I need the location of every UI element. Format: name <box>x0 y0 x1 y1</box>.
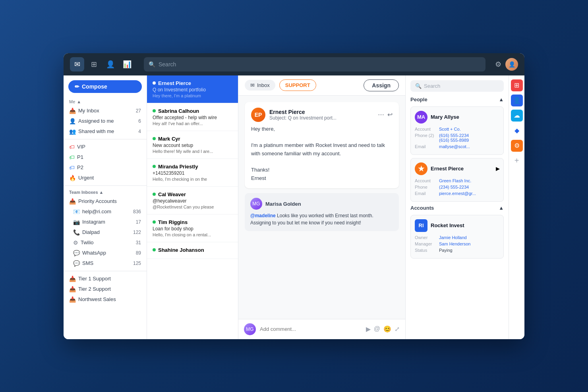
global-search-bar[interactable]: 🔍 Search <box>144 57 485 71</box>
add-integration-button[interactable]: + <box>511 155 523 167</box>
more-icon[interactable]: ⋯ <box>378 111 384 118</box>
conv-item-cal-weaver[interactable]: Cal Weaver @heycalweaver @RocketInvest C… <box>147 187 238 214</box>
sidebar-item-instagram[interactable]: 📷 Instagram 17 <box>64 217 147 227</box>
app-icon-salesforce[interactable]: ☁ <box>511 110 523 122</box>
northwest-inbox-icon: 📥 <box>69 296 76 303</box>
reply-avatar: MG <box>250 198 262 210</box>
sidebar-item-shared[interactable]: 👥 Shared with me 4 <box>64 126 147 137</box>
sidebar: ✏ Compose Me ▲ 📥 My Inbox 27 👤 Assigned … <box>64 75 147 339</box>
phone-label: Phone (2) <box>415 133 437 143</box>
input-icons: ▶ @ 😊 ⤢ <box>366 325 400 333</box>
whatsapp-icon: 💬 <box>73 250 80 256</box>
right-search-bar[interactable]: 🔍 Search <box>410 80 504 92</box>
online-dot <box>153 248 156 251</box>
top-nav: ✉ ⊞ 👤 📊 🔍 Search ⚙ 👤 <box>64 53 524 75</box>
p1-tag-icon: 🏷 <box>69 154 75 160</box>
person-card-ernest: ★ Ernest Pierce ▶ Account Green Flash In… <box>410 158 504 202</box>
mention-tag: @madeline <box>250 213 276 218</box>
tier2-inbox-icon: 📥 <box>69 286 76 292</box>
cursor-arrow: ▶ <box>496 166 499 172</box>
manager-label: Manager <box>415 241 437 246</box>
app-icon-hub[interactable]: ⚙ <box>511 140 523 152</box>
message-thread: EP Ernest Pierce Subject: Q on Investmen… <box>238 96 405 319</box>
urgent-icon: 🔥 <box>69 175 76 181</box>
sidebar-item-whatsapp[interactable]: 💬 WhatsApp 89 <box>64 248 147 258</box>
person-avatar-ernest: ★ <box>415 162 427 175</box>
sms-icon: 💬 <box>73 260 80 266</box>
grid-nav-icon[interactable]: ⊞ <box>87 57 101 71</box>
email-label: Email <box>415 191 437 196</box>
analytics-nav-icon[interactable]: 📊 <box>120 57 134 71</box>
settings-icon[interactable]: ⚙ <box>495 60 501 69</box>
conv-item-mark-cyr[interactable]: Mark Cyr New account setup Hello there! … <box>147 131 238 159</box>
sidebar-item-northwest[interactable]: 📥 Northwest Sales <box>64 294 147 305</box>
status-label: Status <box>415 248 437 253</box>
tab-support[interactable]: SUPPORT <box>279 79 316 91</box>
sidebar-item-priority-accounts[interactable]: 📥 Priority Accounts <box>64 196 147 207</box>
inbox-nav-icon[interactable]: ✉ <box>70 57 84 71</box>
conv-item-shahine-johanson[interactable]: Shahine Johanson <box>147 242 238 259</box>
emoji-icon[interactable]: 😊 <box>383 325 391 333</box>
accounts-section-header: Accounts ▲ <box>410 205 504 211</box>
reply-icon[interactable]: ↩ <box>387 111 393 118</box>
account-label: Account <box>415 127 437 131</box>
conv-item-tim-riggins[interactable]: Tim Riggins Loan for body shop Hello, I'… <box>147 214 238 242</box>
search-icon: 🔍 <box>149 61 155 68</box>
chevron-up-icon[interactable]: ▲ <box>499 97 504 102</box>
sidebar-item-assigned[interactable]: 👤 Assigned to me 6 <box>64 116 147 126</box>
expand-icon[interactable]: ⤢ <box>395 325 400 333</box>
shared-icon: 👥 <box>69 128 76 135</box>
online-dot <box>153 81 156 85</box>
sidebar-item-twilio[interactable]: ⚙ Twilio 31 <box>64 238 147 248</box>
vip-tag-icon: 🏷 <box>69 144 75 150</box>
online-dot <box>153 165 156 168</box>
twilio-icon: ⚙ <box>73 239 78 246</box>
inbox-icon: 📥 <box>69 108 76 114</box>
sidebar-item-p1[interactable]: 🏷 P1 <box>64 152 147 162</box>
at-icon[interactable]: @ <box>374 325 380 333</box>
instagram-icon: 📷 <box>73 219 80 225</box>
app-icon-diamond[interactable]: ◆ <box>511 125 523 137</box>
sidebar-item-urgent[interactable]: 🔥 Urgent <box>64 173 147 183</box>
chevron-up-icon[interactable]: ▲ <box>499 205 504 211</box>
main-area: ✏ Compose Me ▲ 📥 My Inbox 27 👤 Assigned … <box>64 75 524 339</box>
team-inboxes-label: Team Inboxes ▲ <box>64 188 147 196</box>
phone-label: Phone <box>415 185 437 189</box>
sidebar-item-my-inbox[interactable]: 📥 My Inbox 27 <box>64 106 147 116</box>
sidebar-item-dialpad[interactable]: 📞 Dialpad 122 <box>64 227 147 238</box>
conv-item-ernest-pierce[interactable]: Ernest Pierce Q on Investment portfolio … <box>147 75 238 103</box>
sidebar-item-p2[interactable]: 🏷 P2 <box>64 162 147 173</box>
app-icon-red[interactable]: ⊞ <box>511 79 523 91</box>
nav-icon-group: ✉ ⊞ 👤 📊 <box>70 57 134 71</box>
email-label: Email <box>415 144 437 149</box>
sidebar-item-helpemail[interactable]: 📧 help@ri.com 836 <box>64 207 147 217</box>
message-area: ✉ Inbox SUPPORT Assign EP Ernest Pierce … <box>238 75 405 339</box>
people-section-header: People ▲ <box>410 97 504 102</box>
sidebar-item-sms[interactable]: 💬 SMS 125 <box>64 258 147 268</box>
sidebar-item-tier2[interactable]: 📥 Tier 2 Support <box>64 284 147 294</box>
send-icon[interactable]: ▶ <box>366 325 371 333</box>
nav-right: ⚙ 👤 <box>495 58 518 71</box>
tab-inbox[interactable]: ✉ Inbox <box>245 80 275 91</box>
sidebar-item-vip[interactable]: 🏷 VIP <box>64 142 147 152</box>
assign-button[interactable]: Assign <box>364 79 399 91</box>
tier1-inbox-icon: 📥 <box>69 276 76 282</box>
online-dot <box>153 137 156 140</box>
online-dot <box>153 109 156 112</box>
right-panel-content: 🔍 Search People ▲ MA Mary Allyse <box>406 75 509 339</box>
chevron-icon: ▲ <box>77 99 81 104</box>
input-avatar: MG <box>244 323 256 335</box>
message-header: ✉ Inbox SUPPORT Assign <box>238 75 405 96</box>
owner-label: Owner <box>415 235 437 240</box>
conv-item-miranda-priestly[interactable]: Miranda Priestly +14152359201 Hello, I'm… <box>147 159 238 187</box>
app-icon-contacts[interactable]: 👤 <box>511 95 523 106</box>
compose-button[interactable]: ✏ Compose <box>68 80 142 93</box>
contacts-nav-icon[interactable]: 👤 <box>103 57 118 71</box>
user-avatar[interactable]: 👤 <box>505 58 518 71</box>
comment-input[interactable] <box>260 326 362 332</box>
sidebar-item-tier1[interactable]: 📥 Tier 1 Support <box>64 274 147 284</box>
online-dot <box>153 220 156 224</box>
chevron-up-icon: ▲ <box>99 190 104 195</box>
conv-item-sabrina-calhoun[interactable]: Sabrina Calhoun Offer accepted - help wi… <box>147 103 238 131</box>
reply-bubble: MG Marisa Golden @madeline Looks like yo… <box>245 193 399 231</box>
